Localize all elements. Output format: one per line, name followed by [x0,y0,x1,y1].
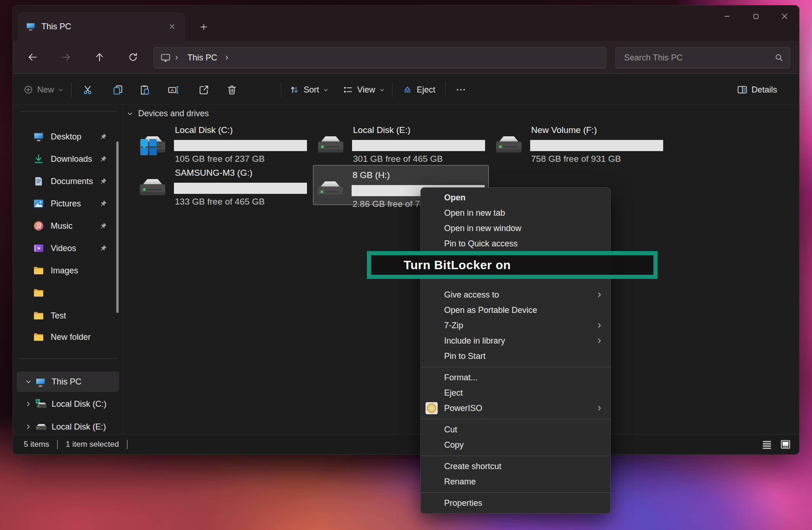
tab-title: This PC [41,22,165,32]
context-menu-item-give-access-to[interactable]: Give access to [421,287,610,303]
details-pane-button[interactable]: Details [733,80,781,99]
sidebar-item-videos[interactable]: Videos [17,238,119,258]
sort-button-label: Sort [304,85,319,95]
context-menu-item-pin-to-start[interactable]: Pin to Start [421,349,610,364]
tab-this-pc[interactable]: This PC [17,12,186,41]
item-count: 5 items [24,440,49,449]
sidebar-item-documents[interactable]: Documents [17,171,119,192]
address-bar[interactable]: This PC [153,47,606,68]
sidebar-item-label: New folder [51,332,91,342]
context-menu-item-open[interactable]: Open [421,190,610,205]
chevron-down-icon [379,87,385,93]
more-options-button[interactable] [452,80,470,99]
paste-button[interactable] [135,80,154,99]
navigation-bar: This PC [13,41,799,73]
context-menu-item-cut[interactable]: Cut [421,422,610,437]
context-menu-item-7-zip[interactable]: 7-Zip [421,318,610,333]
drive-icon [495,133,523,155]
close-icon [780,12,789,20]
search-icon[interactable] [774,53,784,63]
context-menu-item-open-in-new-window[interactable]: Open in new window [421,221,610,236]
large-icons-view-button[interactable] [778,437,793,451]
breadcrumb-chevron-icon[interactable] [224,54,230,61]
view-button-label: View [357,85,375,95]
chevron-down-icon[interactable] [25,378,32,385]
this-pc-monitor-icon [35,377,47,387]
music-icon [33,220,44,232]
context-menu-item-format[interactable]: Format... [421,370,610,385]
sort-button[interactable]: Sort [285,80,333,99]
share-button[interactable] [194,80,213,99]
sidebar-item-images[interactable]: Images [17,260,119,281]
context-menu-item-poweriso[interactable]: PowerISO [421,401,610,416]
close-button[interactable] [770,6,799,27]
section-devices-and-drives[interactable]: Devices and drives [126,109,209,119]
copy-button[interactable] [108,80,127,99]
details-view-button[interactable] [759,437,775,451]
new-tab-button[interactable] [195,19,212,35]
chevron-down-icon[interactable] [126,110,133,117]
ellipsis-icon [455,84,466,95]
rename-button[interactable]: A [164,80,182,99]
context-menu-item-include-in-library[interactable]: Include in library [421,333,610,349]
context-menu-item-open-as-portable-device[interactable]: Open as Portable Device [421,303,610,318]
sidebar-item-music[interactable]: Music [17,216,119,236]
menu-separator [421,492,610,493]
chevron-down-icon [58,87,64,93]
paste-icon [139,84,151,96]
context-menu-item-eject[interactable]: Eject [421,385,610,401]
sidebar-item-test[interactable]: Test [17,305,119,326]
sidebar-item-this-pc[interactable]: This PC [17,371,119,392]
context-menu-item-create-shortcut[interactable]: Create shortcut [421,459,610,474]
details-pane-icon [737,84,748,95]
sidebar-item-new-folder[interactable]: New folder [17,327,119,347]
context-menu-item-pin-to-quick-access[interactable]: Pin to Quick access [421,236,610,252]
forward-button[interactable] [57,48,75,66]
context-menu-item-copy[interactable]: Copy [421,437,610,453]
sidebar-scrollbar[interactable] [116,141,119,313]
drive-tile-new-volume-f[interactable]: New Volume (F:) 758 GB free of 931 GB [492,120,667,160]
pin-icon [100,155,107,163]
drive-tile-local-disk-e[interactable]: Local Disk (E:) 301 GB free of 465 GB [313,120,489,160]
maximize-button[interactable] [741,6,770,27]
drive-tile-local-disk-c[interactable]: Local Disk (C:) 105 GB free of 237 GB [135,120,311,160]
context-menu-item-open-in-new-tab[interactable]: Open in new tab [421,205,610,221]
sidebar-item-label: Documents [51,177,93,186]
context-menu-item-rename[interactable]: Rename [421,474,610,490]
new-button[interactable]: New [20,80,67,99]
sidebar-item-unnamed-folder[interactable] [17,283,119,303]
drive-name: Local Disk (C:) [175,125,233,135]
copy-icon [112,84,124,96]
sidebar-item-label: Local Disk (E:) [52,422,106,432]
chevron-right-icon[interactable] [25,400,32,408]
cut-button[interactable] [78,80,97,99]
tab-close-button[interactable] [165,20,179,33]
view-button[interactable]: View [339,80,389,99]
eject-button-label: Eject [417,85,435,95]
status-bar: 5 items 1 item selected [13,434,799,454]
context-menu-item-properties[interactable]: Properties [421,496,610,511]
bitlocker-highlight-annotation[interactable]: Turn BitLocker on [367,251,658,279]
search-input[interactable] [623,53,774,63]
chevron-right-icon[interactable] [25,423,32,431]
sidebar-item-downloads[interactable]: Downloads [17,149,119,169]
this-pc-monitor-icon [26,21,36,32]
up-button[interactable] [90,48,109,66]
drive-name: New Volume (F:) [531,125,597,135]
drive-tile-samsung-m3-g[interactable]: SAMSUNG-M3 (G:) 133 GB free of 465 GB [135,163,311,203]
eject-button[interactable]: Eject [398,80,439,99]
search-box[interactable] [615,47,790,68]
sidebar-item-local-disk-c[interactable]: Local Disk (C:) [17,394,119,414]
minimize-button[interactable] [712,6,741,27]
pin-icon [100,222,107,230]
breadcrumb-location[interactable]: This PC [187,53,217,63]
pin-icon [100,200,107,207]
details-button-label: Details [752,85,777,95]
delete-button[interactable] [222,80,241,99]
videos-icon [33,243,44,254]
refresh-button[interactable] [124,48,142,66]
sidebar-item-desktop[interactable]: Desktop [17,126,119,147]
back-button[interactable] [23,48,42,66]
sidebar-item-pictures[interactable]: Pictures [17,193,119,214]
drive-usage-bar [352,140,485,151]
